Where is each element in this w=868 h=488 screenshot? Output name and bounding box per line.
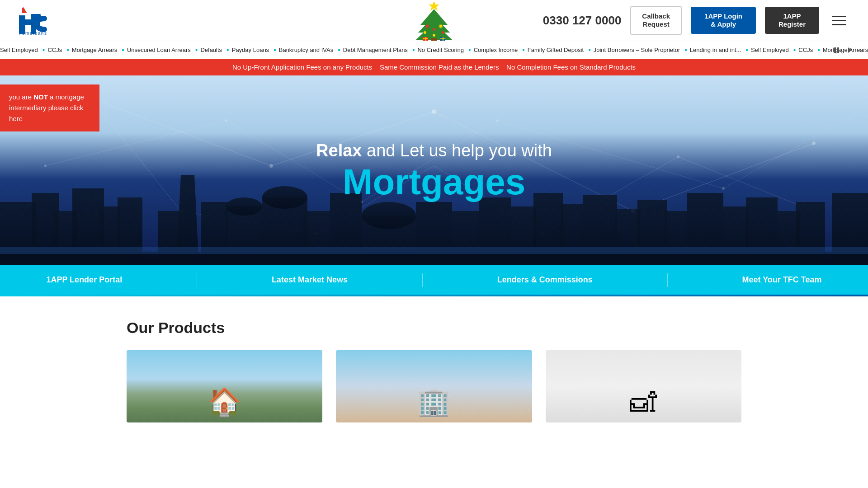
ticker-dot: • — [122, 46, 124, 54]
callback-button[interactable]: Callback Request — [630, 6, 682, 35]
xmas-decoration — [407, 0, 461, 41]
logo-area[interactable]: homeloans — [18, 5, 68, 36]
pause-icon — [833, 47, 840, 54]
bottom-nav: 1APP Lender Portal Latest Market News Le… — [0, 265, 868, 295]
ticker-dot: • — [684, 46, 687, 54]
svg-rect-29 — [837, 47, 839, 53]
logo[interactable]: homeloans — [18, 5, 68, 36]
svg-rect-4 — [19, 13, 28, 15]
hamburger-menu[interactable] — [828, 12, 850, 29]
site-header: homeloans — [0, 0, 868, 41]
svg-point-19 — [433, 34, 435, 37]
svg-rect-13 — [431, 38, 437, 41]
chevron-right-icon — [846, 47, 854, 54]
nav-divider — [667, 273, 668, 287]
ticker-item: Debt Management Plans — [343, 47, 408, 53]
ticker-dot: • — [793, 46, 796, 54]
ticker-item: Payday Loans — [232, 47, 269, 53]
hero-main-text: Mortgages — [343, 164, 526, 200]
ticker-item: Defaults — [200, 47, 222, 53]
hero-section: you are NOT a mortgage intermediary plea… — [0, 75, 868, 265]
svg-point-17 — [424, 31, 426, 34]
notice-text: No Up-Front Application Fees on any Prod… — [232, 63, 636, 71]
ticker-dot: • — [274, 46, 276, 54]
ticker-next-button[interactable] — [845, 46, 854, 55]
ticker-dot: • — [42, 46, 45, 54]
christmas-tree-icon — [411, 0, 457, 41]
svg-rect-27 — [443, 37, 443, 41]
ticker-dot: • — [588, 46, 591, 54]
ticker-item: CCJs — [47, 47, 62, 53]
ticker-item: Unsecured Loan Arrears — [127, 47, 191, 53]
ticker-dot: • — [522, 46, 525, 54]
product-image-2 — [336, 350, 532, 422]
product-image-1 — [127, 350, 322, 422]
header-right: 0330 127 0000 Callback Request 1APP Logi… — [543, 6, 850, 35]
ticker-pause-button[interactable] — [832, 46, 841, 55]
svg-point-20 — [425, 24, 429, 28]
ticker-item: No Credit Scoring — [417, 47, 464, 53]
nav-divider — [422, 273, 423, 287]
svg-rect-28 — [834, 47, 836, 53]
ticker-item: Mortgage Arrears — [72, 47, 117, 53]
svg-point-16 — [433, 28, 435, 31]
login-button[interactable]: 1APP Login & Apply — [691, 7, 756, 34]
product-image-3 — [546, 350, 741, 422]
svg-point-18 — [442, 31, 444, 34]
products-title: Our Products — [127, 319, 741, 337]
ticker-dot: • — [195, 46, 198, 54]
hero-content: Relax and Let us help you with Mortgages — [0, 75, 868, 265]
svg-point-21 — [439, 24, 443, 28]
ticker-item: Lending in and int... — [690, 47, 741, 53]
ticker-item: Self Employed — [751, 47, 789, 53]
ticker-item: Self Employed — [0, 47, 38, 53]
svg-rect-25 — [425, 37, 426, 41]
product-card-2[interactable] — [336, 350, 532, 422]
ticker-dot: • — [745, 46, 748, 54]
register-button[interactable]: 1APP Register — [765, 7, 819, 34]
nav-item-lender-portal[interactable]: 1APP Lender Portal — [28, 266, 140, 294]
svg-marker-30 — [848, 47, 852, 53]
ticker-inner: Self Employed•CCJs•Mortgage Arrears•Unse… — [0, 46, 868, 54]
ticker-item: CCJs — [798, 47, 813, 53]
ticker-item: Joint Borrowers – Sole Proprietor — [594, 47, 680, 53]
svg-text:homeloans: homeloans — [19, 31, 47, 36]
ticker-item: Bankruptcy and IVAs — [279, 47, 333, 53]
nav-item-team[interactable]: Meet Your TFC Team — [724, 266, 840, 294]
products-section: Our Products — [0, 296, 868, 441]
nav-item-market-news[interactable]: Latest Market News — [254, 266, 366, 294]
hero-tagline: Relax and Let us help you with — [316, 141, 552, 160]
ticker-dot: • — [226, 46, 229, 54]
ticker-item: Family Gifted Deposit — [528, 47, 584, 53]
products-grid — [127, 350, 741, 422]
ticker-bar: Self Employed•CCJs•Mortgage Arrears•Unse… — [0, 41, 868, 59]
ticker-dot: • — [338, 46, 340, 54]
product-card-1[interactable] — [127, 350, 322, 422]
nav-divider — [197, 273, 197, 287]
ticker-dot: • — [66, 46, 69, 54]
ticker-dot: • — [412, 46, 415, 54]
phone-number[interactable]: 0330 127 0000 — [543, 14, 622, 28]
product-card-3[interactable] — [546, 350, 741, 422]
ticker-dot: • — [817, 46, 820, 54]
notice-bar: No Up-Front Application Fees on any Prod… — [0, 59, 868, 75]
ticker-item: Complex Income — [474, 47, 518, 53]
logo-svg: homeloans — [18, 5, 68, 36]
nav-item-commissions[interactable]: Lenders & Commissions — [479, 266, 611, 294]
ticker-dot: • — [468, 46, 471, 54]
